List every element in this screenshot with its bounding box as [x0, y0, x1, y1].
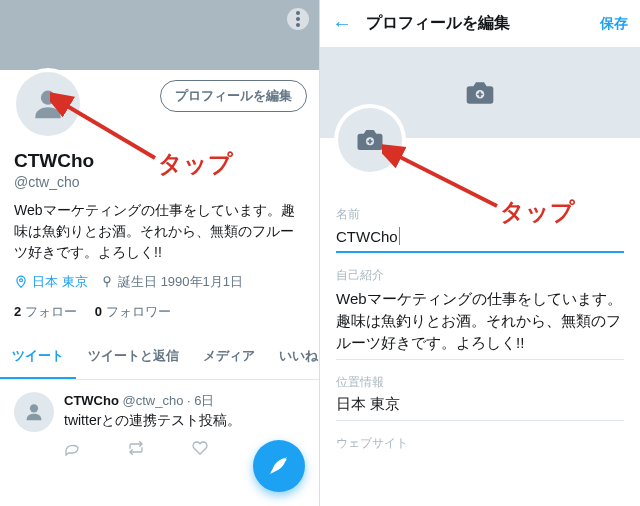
svg-point-2 — [104, 277, 110, 283]
avatar-picker-container — [334, 104, 406, 176]
profile-view-pane: プロフィールを編集 CTWCho @ctw_cho Webマーケティングの仕事を… — [0, 0, 320, 506]
svg-point-0 — [41, 91, 55, 105]
feather-icon — [267, 454, 291, 478]
website-field[interactable]: ウェブサイト — [336, 427, 624, 462]
follow-stats: 2 フォロー 0 フォロワー — [14, 303, 305, 321]
bio-label: 自己紹介 — [336, 267, 624, 284]
edit-profile-pane: ← プロフィールを編集 保存 名前 CTWCho 自己紹介 Webマーケティング… — [320, 0, 640, 506]
profile-tabs: ツイート ツイートと返信 メディア いいね — [0, 335, 319, 380]
more-menu-icon[interactable] — [287, 8, 309, 30]
tweet-avatar[interactable] — [14, 392, 54, 432]
avatar-picker[interactable] — [338, 108, 402, 172]
svg-point-1 — [20, 279, 23, 282]
svg-point-3 — [30, 404, 38, 412]
save-button[interactable]: 保存 — [600, 15, 628, 33]
tab-tweets[interactable]: ツイート — [0, 335, 76, 379]
tab-media[interactable]: メディア — [191, 335, 267, 379]
person-icon — [29, 85, 67, 123]
reply-icon[interactable] — [64, 440, 80, 460]
location-field[interactable]: 位置情報 日本 東京 — [336, 366, 624, 421]
name-input[interactable]: CTWCho — [336, 227, 624, 245]
text-cursor — [399, 227, 400, 245]
name-label: 名前 — [336, 206, 624, 223]
back-icon[interactable]: ← — [332, 12, 352, 35]
birthday-chip: 誕生日 1990年1月1日 — [100, 273, 243, 291]
edit-form: 名前 CTWCho 自己紹介 Webマーケティングの仕事をしています。趣味は魚釣… — [320, 138, 640, 462]
profile-name: CTWCho — [14, 150, 305, 172]
location-input[interactable]: 日本 東京 — [336, 395, 624, 414]
tweet-header: CTWCho @ctw_cho · 6日 — [64, 392, 305, 410]
balloon-icon — [100, 275, 114, 289]
bio-field[interactable]: 自己紹介 Webマーケティングの仕事をしています。趣味は魚釣りとお酒。それから、… — [336, 259, 624, 360]
website-label: ウェブサイト — [336, 435, 624, 452]
profile-meta: 日本 東京 誕生日 1990年1月1日 — [14, 273, 305, 291]
bio-input[interactable]: Webマーケティングの仕事をしています。趣味は魚釣りとお酒。それから、無類のフル… — [336, 288, 624, 353]
birthday-value: 1990年1月1日 — [161, 273, 243, 291]
person-icon — [23, 401, 45, 423]
retweet-icon[interactable] — [128, 440, 144, 460]
profile-avatar[interactable] — [16, 72, 80, 136]
location-chip[interactable]: 日本 東京 — [14, 273, 88, 291]
profile-bio: Webマーケティングの仕事をしています。趣味は魚釣りとお酒。それから、無類のフル… — [14, 200, 305, 263]
location-icon — [14, 275, 28, 289]
page-title: プロフィールを編集 — [366, 13, 586, 34]
tab-replies[interactable]: ツイートと返信 — [76, 335, 191, 379]
followers-link[interactable]: 0 フォロワー — [95, 303, 171, 321]
edit-header: ← プロフィールを編集 保存 — [320, 0, 640, 48]
profile-handle: @ctw_cho — [14, 174, 305, 190]
edit-profile-button[interactable]: プロフィールを編集 — [160, 80, 307, 112]
following-link[interactable]: 2 フォロー — [14, 303, 77, 321]
name-field[interactable]: 名前 CTWCho — [336, 198, 624, 253]
location-text: 日本 東京 — [32, 273, 88, 291]
tweet-text: twitterとの連携テスト投稿。 — [64, 412, 305, 430]
like-icon[interactable] — [192, 440, 208, 460]
compose-tweet-button[interactable] — [253, 440, 305, 492]
camera-plus-icon — [464, 77, 496, 109]
camera-plus-icon — [355, 125, 385, 155]
profile-banner[interactable] — [0, 0, 319, 70]
avatar-container — [12, 68, 84, 140]
location-label: 位置情報 — [336, 374, 624, 391]
birthday-label: 誕生日 — [118, 273, 157, 291]
